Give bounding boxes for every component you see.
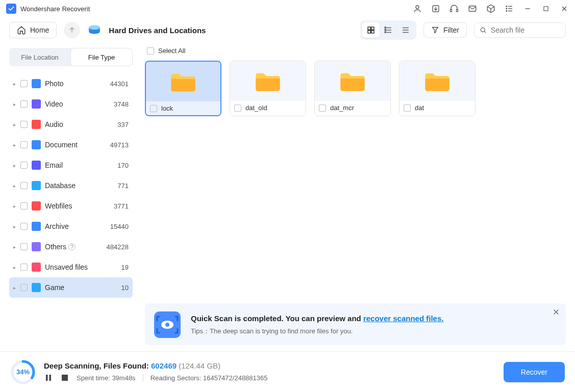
category-checkbox[interactable]	[20, 223, 28, 230]
tile-label: dat_old	[245, 104, 267, 112]
category-icon	[32, 222, 41, 231]
folder-icon	[146, 62, 220, 101]
svg-rect-40	[62, 375, 68, 381]
category-icon	[32, 120, 41, 129]
svg-rect-19	[368, 31, 370, 33]
category-checkbox[interactable]	[20, 121, 28, 128]
tile-checkbox[interactable]	[319, 104, 326, 112]
svg-point-0	[416, 6, 419, 9]
category-count: 44301	[110, 80, 129, 88]
minimize-icon[interactable]	[523, 4, 532, 13]
category-checkbox[interactable]	[20, 243, 28, 250]
search-input[interactable]	[491, 26, 560, 34]
svg-point-7	[506, 8, 507, 9]
select-all-row[interactable]: Select All	[147, 47, 566, 55]
app-title: Wondershare Recoverit	[20, 5, 90, 13]
folder-tile-dat[interactable]: dat	[399, 61, 476, 116]
category-checkbox[interactable]	[20, 162, 28, 169]
chevron-right-icon[interactable]: ▸	[13, 122, 17, 127]
category-item-audio[interactable]: ▸Audio337	[9, 114, 133, 135]
content-area: Select All lockdat_olddat_mcrdat Quick S…	[139, 43, 575, 351]
category-count: 15440	[110, 223, 129, 230]
category-checkbox[interactable]	[20, 182, 28, 189]
chevron-right-icon[interactable]: ▸	[13, 142, 17, 148]
recover-files-link[interactable]: recover scanned files.	[363, 314, 444, 323]
category-list: ▸Photo44301▸Video3748▸Audio337▸Document4…	[9, 73, 133, 298]
chevron-right-icon[interactable]: ▸	[13, 285, 17, 291]
category-checkbox[interactable]	[20, 264, 28, 271]
close-icon[interactable]	[560, 4, 569, 13]
support-icon[interactable]	[449, 4, 459, 13]
svg-point-5	[506, 6, 507, 7]
cube-icon[interactable]	[486, 4, 495, 13]
category-item-photo[interactable]: ▸Photo44301	[9, 73, 133, 94]
help-icon[interactable]: ?	[68, 243, 76, 250]
category-item-webfiles[interactable]: ▸Webfiles3771	[9, 196, 133, 216]
category-checkbox[interactable]	[20, 141, 28, 148]
category-item-others[interactable]: ▸Others?484228	[9, 237, 133, 257]
breadcrumb[interactable]: Hard Drives and Locations	[109, 26, 206, 35]
category-item-video[interactable]: ▸Video3748	[9, 94, 133, 114]
svg-point-9	[506, 11, 507, 12]
tile-checkbox[interactable]	[234, 104, 241, 112]
category-item-archive[interactable]: ▸Archive15440	[9, 216, 133, 237]
category-item-database[interactable]: ▸Database771	[9, 175, 133, 196]
menu-list-icon[interactable]	[505, 4, 514, 13]
footer: 34% Deep Scanning, Files Found: 602469 (…	[0, 351, 575, 392]
view-detail-button[interactable]	[380, 22, 397, 38]
chevron-right-icon[interactable]: ▸	[13, 203, 17, 209]
reading-sectors: Reading Sectors: 16457472/248881365	[151, 374, 268, 382]
category-icon	[32, 181, 41, 190]
pause-icon[interactable]	[44, 373, 53, 382]
chevron-right-icon[interactable]: ▸	[13, 265, 17, 270]
svg-line-31	[484, 31, 486, 33]
spent-time: Spent time: 39m48s	[77, 374, 136, 382]
view-grid-button[interactable]	[362, 22, 380, 38]
svg-rect-20	[371, 31, 374, 33]
category-item-document[interactable]: ▸Document49713	[9, 135, 133, 155]
stop-icon[interactable]	[60, 373, 69, 382]
filter-button[interactable]: Filter	[423, 22, 467, 38]
tab-file-type[interactable]: File Type	[70, 48, 133, 66]
category-item-unsaved-files[interactable]: ▸Unsaved files19	[9, 257, 133, 277]
view-switcher	[360, 20, 416, 40]
select-all-label: Select All	[158, 47, 185, 55]
category-checkbox[interactable]	[20, 284, 28, 291]
category-item-email[interactable]: ▸Email170	[9, 155, 133, 175]
category-icon	[32, 263, 41, 272]
folder-tile-dat_mcr[interactable]: dat_mcr	[314, 61, 391, 116]
category-item-game[interactable]: ▸Game10	[9, 277, 133, 298]
tile-checkbox[interactable]	[404, 104, 411, 112]
chevron-right-icon[interactable]: ▸	[13, 183, 17, 189]
account-icon[interactable]	[413, 4, 422, 13]
chevron-right-icon[interactable]: ▸	[13, 81, 17, 87]
maximize-icon[interactable]	[541, 4, 551, 13]
category-icon	[32, 79, 41, 88]
chevron-right-icon[interactable]: ▸	[13, 244, 17, 250]
view-list-button[interactable]	[397, 22, 414, 38]
category-checkbox[interactable]	[20, 80, 28, 87]
mail-icon[interactable]	[468, 4, 477, 13]
svg-rect-24	[385, 27, 386, 28]
svg-rect-39	[49, 375, 52, 381]
home-button[interactable]: Home	[9, 22, 57, 38]
folder-tile-dat_old[interactable]: dat_old	[230, 61, 306, 116]
category-checkbox[interactable]	[20, 202, 28, 210]
category-icon	[32, 201, 41, 211]
search-icon	[480, 26, 487, 34]
chevron-right-icon[interactable]: ▸	[13, 101, 17, 107]
select-all-checkbox[interactable]	[147, 47, 154, 55]
export-icon[interactable]	[431, 4, 440, 13]
notice-close-icon[interactable]	[552, 307, 561, 319]
tab-file-location[interactable]: File Location	[9, 48, 70, 66]
chevron-right-icon[interactable]: ▸	[13, 163, 17, 168]
search-box[interactable]	[474, 22, 566, 38]
category-checkbox[interactable]	[20, 100, 28, 108]
recover-button[interactable]: Recover	[504, 362, 565, 382]
up-button[interactable]	[64, 22, 80, 38]
chevron-right-icon[interactable]: ▸	[13, 224, 17, 229]
sidebar: File Location File Type ▸Photo44301▸Vide…	[0, 43, 139, 351]
tile-checkbox[interactable]	[150, 105, 157, 112]
tile-label: dat	[415, 104, 424, 112]
folder-tile-lock[interactable]: lock	[145, 61, 221, 116]
